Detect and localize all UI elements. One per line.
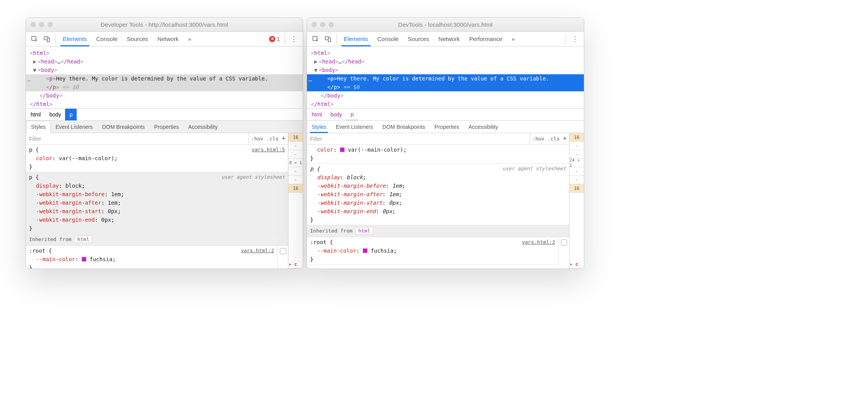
main-tabs: Elements Console Sources Network » bbox=[58, 32, 196, 46]
device-icon[interactable] bbox=[43, 35, 51, 43]
rule-source-root[interactable]: vars.html:2 bbox=[241, 246, 274, 255]
crumb-body[interactable]: body bbox=[326, 109, 346, 120]
dom-selected-row[interactable]: <p>Hey there. My color is determined by … bbox=[26, 74, 303, 91]
window-controls bbox=[312, 22, 334, 27]
subtab-styles[interactable]: Styles bbox=[307, 121, 331, 133]
metrics-margin-bottom: 16 bbox=[288, 184, 303, 193]
styles-filterbar: :hov .cls + bbox=[307, 133, 569, 145]
close-dot[interactable] bbox=[312, 22, 317, 27]
hov-button[interactable]: :hov bbox=[251, 136, 263, 142]
metrics-border-bottom: - bbox=[288, 176, 303, 184]
rule-checkbox-col bbox=[277, 246, 288, 269]
dom-selected-row[interactable]: <p>Hey there. My color is determined by … bbox=[307, 74, 584, 91]
color-swatch[interactable] bbox=[82, 257, 86, 262]
add-rule-button[interactable]: + bbox=[281, 135, 286, 143]
error-icon: ✕ bbox=[269, 36, 275, 42]
color-swatch[interactable] bbox=[363, 248, 367, 253]
tab-sources[interactable]: Sources bbox=[122, 32, 153, 46]
metrics-column: 16 - - 24 × 1 - - 16 c bbox=[569, 133, 584, 269]
dom-tree[interactable]: <html> ▶<head>…</head> ▼<body> <p>Hey th… bbox=[26, 46, 303, 108]
subtab-accessibility[interactable]: Accessibility bbox=[464, 121, 503, 133]
styles-subtabs: Styles Event Listeners DOM Breakpoints P… bbox=[26, 121, 303, 133]
tabs-overflow[interactable]: » bbox=[507, 32, 520, 46]
rule-p-useragent[interactable]: user agent stylesheet p { display: block… bbox=[307, 164, 569, 225]
inspect-icon[interactable] bbox=[311, 35, 320, 43]
inspect-icon[interactable] bbox=[30, 35, 39, 43]
tab-sources[interactable]: Sources bbox=[403, 32, 434, 46]
breadcrumb: html body p bbox=[307, 108, 584, 121]
zoom-dot[interactable] bbox=[329, 22, 334, 27]
rule-source-root[interactable]: vars.html:2 bbox=[522, 238, 555, 246]
cls-button[interactable]: .cls bbox=[266, 136, 278, 142]
metrics-padding-bottom: - bbox=[288, 167, 303, 176]
main-tabbar: Elements Console Sources Network » ✕ 1 ⋮ bbox=[26, 32, 303, 46]
crumb-p[interactable]: p bbox=[65, 109, 77, 120]
subtab-dom-breakpoints[interactable]: DOM Breakpoints bbox=[378, 121, 430, 133]
console-drawer-toggle[interactable]: c bbox=[288, 260, 303, 269]
dom-tree[interactable]: <html> ▶<head>…</head> ▼<body> <p>Hey th… bbox=[307, 46, 584, 108]
subtab-event-listeners[interactable]: Event Listeners bbox=[51, 121, 98, 133]
rule-source-ua: user agent stylesheet bbox=[221, 173, 285, 181]
styles-subtabs: Styles Event Listeners DOM Breakpoints P… bbox=[307, 121, 584, 133]
inherited-element[interactable]: html bbox=[355, 227, 373, 234]
svg-rect-5 bbox=[328, 38, 331, 42]
tab-console[interactable]: Console bbox=[92, 32, 122, 46]
inherited-from-bar: Inherited from html bbox=[26, 234, 288, 246]
rule-p-useragent[interactable]: user agent stylesheet p { display: block… bbox=[26, 172, 288, 234]
console-drawer-toggle[interactable]: c bbox=[570, 260, 584, 269]
crumb-html[interactable]: html bbox=[26, 109, 45, 120]
rule-checkbox[interactable] bbox=[280, 248, 286, 254]
tab-performance[interactable]: Performance bbox=[465, 32, 507, 46]
filter-input[interactable] bbox=[307, 133, 530, 144]
window-title: Developer Tools - http://localhost:3000/… bbox=[30, 21, 299, 28]
rule-checkbox[interactable] bbox=[561, 240, 567, 246]
inherited-element[interactable]: html bbox=[74, 236, 92, 243]
devtools-window-right: DevTools - localhost:3000/vars.html Elem… bbox=[307, 17, 584, 269]
add-rule-button[interactable]: + bbox=[563, 135, 567, 143]
rule-root[interactable]: vars.html:2 :root { --main-color: fuchsi… bbox=[307, 237, 558, 265]
filter-input[interactable] bbox=[26, 133, 249, 144]
zoom-dot[interactable] bbox=[48, 22, 53, 27]
crumb-p[interactable]: p bbox=[346, 109, 358, 120]
subtab-accessibility[interactable]: Accessibility bbox=[184, 121, 222, 133]
subtab-event-listeners[interactable]: Event Listeners bbox=[331, 121, 378, 133]
error-badge[interactable]: ✕ 1 bbox=[269, 36, 280, 42]
tab-elements[interactable]: Elements bbox=[339, 32, 373, 46]
window-title: DevTools - localhost:3000/vars.html bbox=[311, 21, 580, 28]
minimize-dot[interactable] bbox=[320, 22, 325, 27]
breadcrumb: html body p bbox=[26, 108, 303, 121]
crumb-body[interactable]: body bbox=[45, 109, 65, 120]
menu-icon[interactable]: ⋮ bbox=[287, 35, 300, 43]
subtab-styles[interactable]: Styles bbox=[26, 121, 51, 133]
inherited-from-bar: Inherited from html bbox=[307, 225, 569, 237]
tabs-overflow[interactable]: » bbox=[184, 32, 196, 46]
tab-elements[interactable]: Elements bbox=[58, 32, 92, 46]
color-swatch[interactable] bbox=[340, 147, 345, 152]
subtab-properties[interactable]: Properties bbox=[149, 121, 184, 133]
metrics-padding-top: - bbox=[288, 150, 303, 159]
subtab-dom-breakpoints[interactable]: DOM Breakpoints bbox=[98, 121, 149, 133]
close-dot[interactable] bbox=[31, 22, 36, 27]
metrics-margin-bottom: 16 bbox=[570, 184, 584, 193]
style-rules: vars.html:5 p { color: var(--main-color)… bbox=[26, 145, 288, 269]
tab-console[interactable]: Console bbox=[373, 32, 403, 46]
menu-icon[interactable]: ⋮ bbox=[568, 35, 582, 43]
rule-source[interactable]: vars.html:5 bbox=[252, 145, 285, 154]
rule-p-author[interactable]: color: var(--main-color); } bbox=[307, 145, 569, 164]
cls-button[interactable]: .cls bbox=[547, 136, 559, 142]
rule-p-author[interactable]: vars.html:5 p { color: var(--main-color)… bbox=[26, 145, 288, 172]
rule-root[interactable]: vars.html:2 :root { --main-color: fuchsi… bbox=[26, 246, 277, 269]
device-icon[interactable] bbox=[324, 35, 332, 43]
svg-rect-2 bbox=[47, 38, 50, 42]
rule-source-ua: user agent stylesheet bbox=[503, 164, 566, 173]
tab-network[interactable]: Network bbox=[153, 32, 184, 46]
metrics-size: 8 × 1 bbox=[288, 159, 303, 167]
main-tabbar: Elements Console Sources Network Perform… bbox=[307, 32, 584, 46]
crumb-html[interactable]: html bbox=[307, 109, 326, 120]
minimize-dot[interactable] bbox=[39, 22, 44, 27]
rule-checkbox-col bbox=[558, 237, 569, 265]
subtab-properties[interactable]: Properties bbox=[430, 121, 464, 133]
metrics-margin-top: 16 bbox=[570, 133, 584, 142]
hov-button[interactable]: :hov bbox=[532, 136, 544, 142]
tab-network[interactable]: Network bbox=[434, 32, 465, 46]
